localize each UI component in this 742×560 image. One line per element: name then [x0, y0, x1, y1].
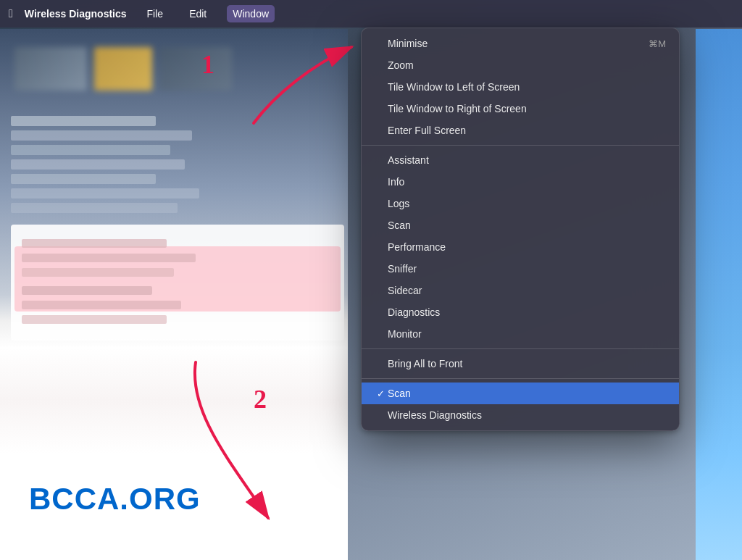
arrow-1 — [217, 36, 362, 130]
tile-right-label: Tile Window to Right of Screen — [388, 103, 527, 114]
menu-item-bring-all[interactable]: Bring All to Front — [362, 353, 679, 375]
panel-row-4 — [22, 286, 152, 295]
panel-row-5 — [22, 301, 181, 309]
pixel-row-3 — [11, 145, 170, 155]
zoom-label: Zoom — [388, 59, 414, 71]
app-name: Wireless Diagnostics — [25, 8, 127, 20]
apple-menu[interactable]:  — [9, 7, 13, 20]
menu-item-zoom[interactable]: Zoom — [362, 54, 679, 76]
menu-item-tile-right[interactable]: Tile Window to Right of Screen — [362, 98, 679, 120]
menu-item-scan[interactable]: Scan — [362, 214, 679, 236]
sniffer-label: Sniffer — [388, 263, 417, 275]
right-sidebar-bg — [696, 29, 742, 560]
blurred-content-2 — [94, 47, 152, 91]
separator-2 — [362, 348, 679, 349]
scan-active-label: Scan — [388, 388, 411, 399]
monitor-label: Monitor — [388, 328, 422, 340]
info-label: Info — [388, 176, 404, 188]
menu-item-performance[interactable]: Performance — [362, 236, 679, 258]
panel-row-2 — [22, 254, 196, 262]
performance-label: Performance — [388, 241, 446, 253]
menu-item-minimise[interactable]: Minimise ⌘M — [362, 33, 679, 54]
tile-left-label: Tile Window to Left of Screen — [388, 81, 520, 93]
menu-item-sniffer[interactable]: Sniffer — [362, 258, 679, 280]
minimise-label: Minimise — [388, 38, 428, 49]
separator-3 — [362, 378, 679, 379]
menu-item-scan-active[interactable]: ✓ Scan — [362, 383, 679, 404]
scan-label: Scan — [388, 220, 411, 231]
menu-item-sidecar[interactable]: Sidecar — [362, 280, 679, 301]
menu-item-logs[interactable]: Logs — [362, 193, 679, 214]
bring-all-label: Bring All to Front — [388, 358, 463, 369]
panel-row-1 — [22, 239, 167, 248]
pixel-row-1 — [11, 116, 156, 126]
pixel-row-5 — [11, 174, 156, 184]
window-dropdown-menu: Minimise ⌘M Zoom Tile Window to Left of … — [361, 28, 680, 431]
pixel-row-2 — [11, 130, 192, 141]
menu-item-diagnostics[interactable]: Diagnostics — [362, 301, 679, 323]
panel-row-6 — [22, 315, 167, 324]
menu-item-assistant[interactable]: Assistant — [362, 149, 679, 171]
pixel-row-7 — [11, 203, 178, 213]
wireless-diag-label: Wireless Diagnostics — [388, 409, 482, 421]
window-menu[interactable]: Window — [227, 5, 275, 22]
menu-item-fullscreen[interactable]: Enter Full Screen — [362, 120, 679, 141]
assistant-label: Assistant — [388, 154, 429, 166]
minimise-shortcut: ⌘M — [649, 38, 666, 49]
fullscreen-label: Enter Full Screen — [388, 125, 466, 136]
scan-active-checkmark: ✓ — [375, 388, 386, 399]
pixel-row-6 — [11, 188, 199, 198]
file-menu[interactable]: File — [141, 5, 170, 22]
edit-menu[interactable]: Edit — [183, 5, 212, 22]
arrow-2 — [159, 355, 304, 529]
blurred-content-1 — [14, 47, 87, 91]
panel-row-3 — [22, 268, 174, 277]
menu-item-tile-left[interactable]: Tile Window to Left of Screen — [362, 76, 679, 98]
annotation-badge-1: 1 — [201, 49, 214, 80]
menubar:  Wireless Diagnostics File Edit Window — [0, 0, 742, 28]
pixel-row-4 — [11, 159, 185, 170]
menu-item-wireless-diagnostics[interactable]: Wireless Diagnostics — [362, 404, 679, 426]
menu-item-monitor[interactable]: Monitor — [362, 323, 679, 345]
menu-item-info[interactable]: Info — [362, 171, 679, 193]
sidecar-label: Sidecar — [388, 285, 422, 296]
separator-1 — [362, 145, 679, 146]
diagnostics-label: Diagnostics — [388, 306, 440, 318]
logs-label: Logs — [388, 198, 409, 209]
